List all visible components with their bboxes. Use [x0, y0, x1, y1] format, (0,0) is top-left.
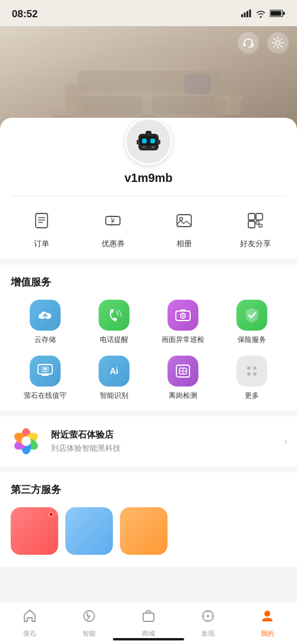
svg-point-62	[247, 372, 251, 376]
svg-rect-72	[143, 613, 154, 621]
shop-nav-label: 商城	[142, 629, 155, 638]
svg-point-60	[247, 366, 251, 370]
svg-rect-5	[283, 12, 285, 15]
service-insurance[interactable]: 保险服务	[217, 300, 286, 345]
store-banner[interactable]: 附近萤石体验店 到店体验智能黑科技 ›	[0, 416, 297, 466]
avatar-wrapper	[0, 118, 297, 165]
svg-rect-42	[256, 213, 263, 220]
value-added-section: 增值服务 云存储 电话提醒	[0, 265, 297, 410]
store-text: 附近萤石体验店 到店体验智能黑科技	[51, 429, 276, 454]
online-guard-label: 萤石在线值守	[24, 391, 67, 401]
sofa-decoration	[53, 56, 244, 127]
orders-label: 订单	[34, 238, 49, 249]
quick-action-album[interactable]: 相册	[148, 207, 220, 249]
svg-point-48	[182, 315, 184, 317]
status-bar: 08:52	[0, 0, 297, 26]
service-more[interactable]: 更多	[217, 356, 286, 401]
svg-rect-3	[249, 10, 251, 17]
svg-rect-14	[184, 74, 211, 95]
avatar[interactable]	[125, 118, 172, 165]
store-chevron-icon: ›	[284, 435, 287, 448]
svg-rect-0	[241, 14, 243, 17]
mine-nav-label: 我的	[261, 629, 274, 638]
svg-rect-11	[151, 96, 217, 114]
robot-avatar	[130, 123, 167, 160]
home-nav-label: 萤石	[23, 629, 36, 638]
svg-rect-41	[248, 213, 255, 220]
svg-rect-10	[77, 96, 143, 114]
quick-action-orders[interactable]: 订单	[6, 207, 77, 249]
insurance-label: 保险服务	[238, 335, 266, 345]
profile-divider	[12, 196, 285, 196]
signal-icon	[241, 10, 252, 19]
coupons-label: 优惠券	[102, 238, 125, 249]
svg-point-17	[229, 92, 235, 100]
smart-nav-label: 智能	[83, 629, 96, 638]
svg-point-61	[253, 366, 257, 370]
svg-point-70	[21, 436, 31, 446]
svg-point-74	[207, 615, 209, 617]
svg-rect-39	[177, 215, 191, 227]
service-cloud-storage[interactable]: 云存储	[11, 300, 80, 345]
ai-recognition-label: 智能识别	[100, 391, 128, 401]
svg-rect-6	[271, 11, 282, 16]
svg-rect-1	[244, 12, 246, 17]
album-label: 相册	[176, 238, 192, 249]
discover-nav-label: 发现	[201, 629, 214, 638]
nav-home[interactable]: 萤石	[0, 602, 59, 639]
settings-button[interactable]	[267, 32, 289, 54]
svg-point-63	[253, 372, 257, 376]
settings-icon	[271, 36, 285, 49]
coupons-icon: ¥	[99, 207, 127, 234]
svg-point-40	[180, 218, 183, 221]
third-party-card-3[interactable]	[120, 507, 168, 555]
svg-rect-30	[137, 140, 139, 144]
nav-smart[interactable]: 智能	[59, 602, 119, 639]
status-time: 08:52	[12, 8, 37, 20]
svg-rect-18	[244, 43, 246, 46]
svg-rect-49	[181, 309, 185, 312]
svg-rect-25	[142, 139, 147, 143]
svg-rect-15	[226, 99, 241, 115]
phone-reminder-label: 电话提醒	[100, 335, 128, 345]
svg-point-20	[249, 46, 251, 48]
services-grid: 云存储 电话提醒	[11, 300, 286, 401]
username: v1m9mb	[0, 171, 297, 185]
store-flower-logo	[10, 425, 43, 458]
headset-button[interactable]	[238, 32, 259, 54]
third-party-card-1[interactable]	[11, 507, 58, 555]
away-detection-label: 离岗检测	[169, 391, 197, 401]
svg-rect-44	[259, 224, 262, 227]
share-label: 好友分享	[240, 238, 271, 249]
nav-mine[interactable]: 我的	[238, 602, 297, 639]
orders-icon	[28, 207, 55, 234]
service-abnormal-patrol[interactable]: 画面异常巡检	[148, 300, 217, 345]
discover-nav-icon	[200, 608, 216, 627]
nav-shop[interactable]: 商城	[119, 602, 178, 639]
svg-text:Ai: Ai	[110, 366, 118, 376]
service-online-guard[interactable]: 萤石在线值守	[11, 356, 80, 401]
svg-rect-45	[256, 221, 259, 224]
headset-icon	[242, 36, 255, 49]
more-label: 更多	[245, 391, 259, 401]
nav-discover[interactable]: 发现	[178, 602, 238, 639]
quick-action-share[interactable]: 好友分享	[220, 207, 291, 249]
store-subtitle: 到店体验智能黑科技	[51, 443, 276, 454]
svg-rect-26	[150, 139, 155, 143]
value-added-title: 增值服务	[11, 275, 286, 289]
svg-point-21	[276, 41, 280, 45]
profile-card: v1m9mb 订单 ¥ 优惠券	[0, 118, 297, 259]
service-ai-recognition[interactable]: Ai 智能识别	[80, 356, 148, 401]
service-phone-reminder[interactable]: 电话提醒	[80, 300, 148, 345]
cloud-storage-label: 云存储	[34, 335, 56, 345]
quick-action-coupons[interactable]: ¥ 优惠券	[77, 207, 148, 249]
battery-icon	[270, 10, 285, 19]
svg-rect-12	[65, 83, 83, 115]
album-icon	[170, 207, 198, 234]
mine-nav-icon	[260, 608, 275, 627]
svg-rect-43	[248, 221, 255, 228]
service-away-detection[interactable]: 离岗检测	[148, 356, 217, 401]
shop-nav-icon	[141, 608, 156, 627]
header-icons	[238, 32, 289, 54]
third-party-card-2[interactable]	[65, 507, 113, 555]
